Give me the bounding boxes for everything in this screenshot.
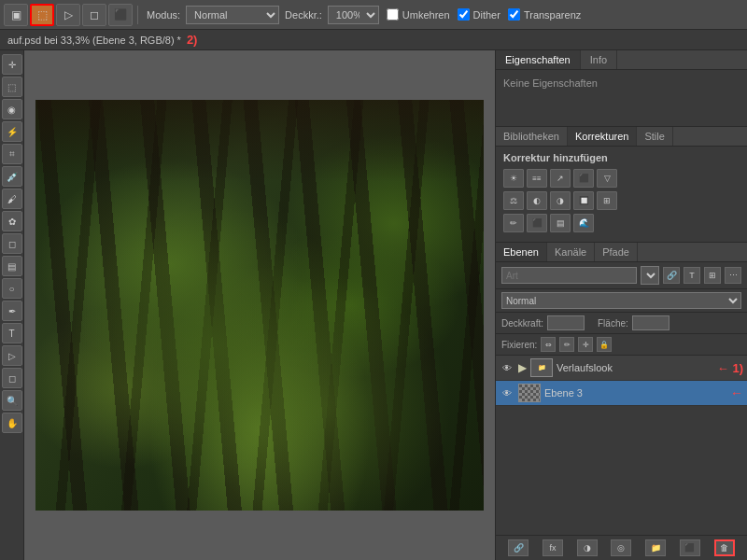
toolbar-btn-5[interactable]: ⬛ [108,4,133,26]
tool-lasso[interactable]: ◉ [2,99,22,119]
layers-list: 👁 ▶ 📁 Verlaufslook ← 1) 👁 Ebene 3 ← [496,356,747,535]
layers-type-btn[interactable]: T [684,267,700,284]
tool-magic-wand[interactable]: ⚡ [2,121,22,142]
tab-ebenen[interactable]: Ebenen [496,243,547,261]
transparenz-group: Transparenz [508,8,581,21]
umkehren-checkbox[interactable] [387,8,399,21]
tab-pfade[interactable]: Pfade [595,243,638,261]
corrections-row-1: ☀ ≡≡ ↗ ⬛ ▽ [503,169,740,188]
layer-arrow-ebene3: ← [730,385,743,400]
tool-brush[interactable]: 🖌 [2,189,22,209]
corr-icon-exposure[interactable]: ⬛ [573,169,594,188]
tool-path-select[interactable]: ▷ [2,345,22,366]
layer-item-ebene3[interactable]: 👁 Ebene 3 ← [496,381,747,406]
opacity-input[interactable]: 100% [547,315,585,330]
layer-thumb-verlaufslook: 📁 [530,358,553,377]
corr-icon-bw[interactable]: ◑ [550,191,571,210]
tool-eyedropper[interactable]: 💉 [2,166,22,187]
corr-icon-channel-mix[interactable]: ⊞ [597,191,617,210]
corr-icon-posterize[interactable]: ✏ [503,214,524,232]
tool-pen[interactable]: ✒ [2,301,22,321]
canvas-area [24,50,495,560]
corr-icon-brightness[interactable]: ☀ [503,169,524,188]
flaeche-label: Fläche: [598,318,628,329]
layers-more-btn[interactable]: ⋯ [725,267,741,284]
flaeche-input[interactable]: 100% [632,315,669,330]
layer-thumb-ebene3 [518,384,541,402]
corr-icon-photo-filter[interactable]: 🔲 [573,191,594,210]
transparenz-checkbox[interactable] [508,8,520,21]
toolbar: ▣ ⬚ ▷ ◻ ⬛ Modus: Normal Deckkr.: 100% Um… [0,0,747,30]
layer-name-verlaufslook: Verlaufslook [557,362,713,373]
corr-icon-hsl[interactable]: ⚖ [503,191,524,210]
corr-icon-selective-color[interactable]: 🌊 [573,214,594,232]
properties-content: Keine Eigenschaften [496,70,747,126]
dither-checkbox[interactable] [458,8,470,21]
annotation-1: ← 1) [717,361,743,375]
tool-crop[interactable]: ⌗ [2,144,22,164]
keine-eigenschaften-text: Keine Eigenschaften [503,77,598,89]
tab-bibliotheken[interactable]: Bibliotheken [496,127,568,146]
tab-eigenschaften[interactable]: Eigenschaften [496,50,581,69]
layer-eye-ebene3[interactable]: 👁 [500,385,514,400]
corr-icon-levels[interactable]: ≡≡ [527,169,547,188]
tool-dodge[interactable]: ○ [2,278,22,299]
layers-link-btn[interactable]: 🔗 [663,267,680,284]
tool-zoom[interactable]: 🔍 [2,390,22,411]
tab-stile[interactable]: Stile [637,127,672,146]
tool-eraser[interactable]: ◻ [2,233,22,254]
corr-icon-balance[interactable]: ◐ [527,191,547,210]
toolbar-btn-3[interactable]: ▷ [56,4,80,26]
tab-info[interactable]: Info [581,50,617,69]
bottom-btn-link[interactable]: 🔗 [508,539,529,556]
layers-controls: ⊞ 🔗 T ⊞ ⋯ [496,262,747,289]
corr-icon-vibrance[interactable]: ▽ [597,169,617,188]
tool-shape[interactable]: ◻ [2,368,22,388]
annotation-2: 2) [187,33,198,47]
layer-eye-verlaufslook[interactable]: 👁 [500,360,514,375]
deckkr-select[interactable]: 100% [328,6,379,24]
tool-move[interactable]: ✛ [2,54,22,75]
layers-filter-select[interactable]: ⊞ [641,266,659,285]
corr-icon-curves[interactable]: ↗ [550,169,571,188]
layers-opacity-row: Deckkraft: 100% Fläche: 100% [496,313,747,334]
fix-move-btn[interactable]: ✛ [578,337,593,352]
bottom-btn-delete[interactable]: 🗑 [714,539,735,556]
fix-position-btn[interactable]: ⇔ [541,337,556,352]
corr-icon-threshold[interactable]: ⬛ [527,214,547,232]
tab-kanaele[interactable]: Kanäle [547,243,595,261]
layers-mode-select[interactable]: Normal [501,292,741,309]
layer-item-verlaufslook[interactable]: 👁 ▶ 📁 Verlaufslook ← 1) [496,356,747,381]
layers-mode-row: Normal [496,289,747,313]
layers-panel: Ebenen Kanäle Pfade ⊞ 🔗 T ⊞ ⋯ Normal [496,243,747,560]
dither-group: Dither [458,8,500,21]
bottom-btn-new-layer[interactable]: ⬛ [680,539,700,556]
toolbar-btn-1[interactable]: ▣ [4,4,28,26]
layers-fix-row: Fixieren: ⇔ ✏ ✛ 🔒 [496,334,747,356]
corr-icon-gradient-map[interactable]: ▤ [550,214,571,232]
tool-hand[interactable]: ✋ [2,413,22,433]
fix-lock-btn[interactable]: 🔒 [597,337,612,352]
tool-gradient[interactable]: ▤ [2,256,22,276]
dither-label: Dither [473,9,500,21]
tool-clone[interactable]: ✿ [2,211,22,231]
fix-pixels-btn[interactable]: ✏ [559,337,574,352]
tool-select-rect[interactable]: ⬚ [2,77,22,97]
file-tab-name: auf.psd bei 33,3% (Ebene 3, RGB/8) * [7,35,181,46]
bottom-btn-adjustment[interactable]: ◎ [611,539,631,556]
tool-type[interactable]: T [2,323,22,343]
bottom-btn-folder[interactable]: 📁 [645,539,666,556]
bottom-btn-fx[interactable]: fx [543,539,563,556]
layer-name-ebene3: Ebene 3 [544,387,726,399]
corrections-panel: Bibliotheken Korrekturen Stile Korrektur… [496,127,747,243]
bottom-btn-mask[interactable]: ◑ [577,539,598,556]
toolbar-btn-4[interactable]: ◻ [82,4,106,26]
layers-mask-btn[interactable]: ⊞ [704,267,721,284]
modus-select[interactable]: Normal [186,6,279,24]
main-area: ✛ ⬚ ◉ ⚡ ⌗ 💉 🖌 ✿ ◻ ▤ ○ ✒ T ▷ ◻ 🔍 ✋ Eigens… [0,50,747,560]
tab-korrekturen[interactable]: Korrekturen [568,127,637,146]
corrections-content: Korrektur hinzufügen ☀ ≡≡ ↗ ⬛ ▽ ⚖ ◐ ◑ 🔲 … [496,147,747,242]
corrections-row-3: ✏ ⬛ ▤ 🌊 [503,214,740,232]
toolbar-btn-2[interactable]: ⬚ [30,4,54,26]
layers-search-input[interactable] [501,267,637,284]
